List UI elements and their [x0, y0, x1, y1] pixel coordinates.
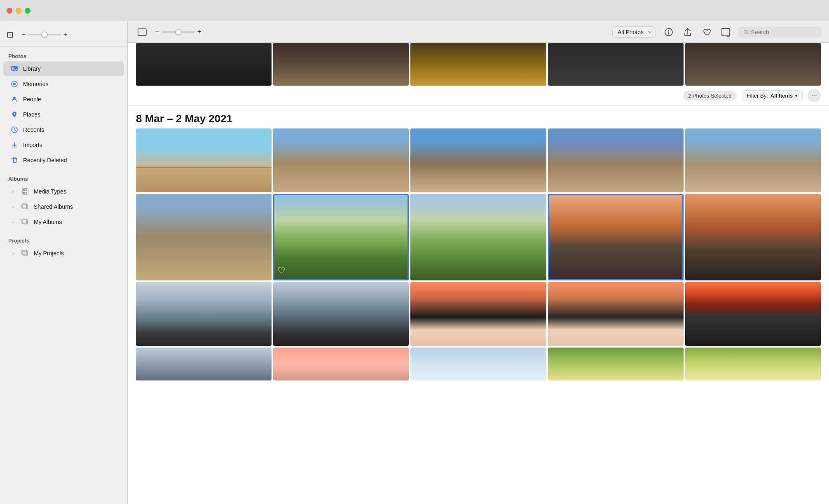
photo-cell[interactable]: [273, 282, 409, 346]
my-projects-label: My Projects: [34, 250, 64, 257]
sidebar-item-my-projects[interactable]: › My Projects: [3, 246, 124, 261]
slideshow-button[interactable]: ⊡: [5, 28, 15, 41]
expand-icon-my-albums: ›: [10, 219, 16, 225]
people-label: People: [23, 96, 41, 103]
svg-rect-7: [22, 189, 28, 194]
sidebar-item-media-types[interactable]: › Media Types: [3, 184, 124, 199]
photo-cell[interactable]: [273, 348, 409, 380]
sidebar-item-memories[interactable]: Memories: [3, 77, 124, 91]
photo-cell[interactable]: [410, 282, 546, 346]
svg-rect-8: [23, 189, 25, 191]
photo-cell[interactable]: [136, 128, 272, 192]
photo-row-beach: [128, 128, 829, 194]
photo-cell[interactable]: [410, 128, 546, 192]
maximize-button[interactable]: [25, 8, 30, 14]
expand-icon-my-projects: ›: [10, 250, 16, 257]
titlebar: [0, 0, 829, 21]
photo-cell[interactable]: [273, 43, 409, 86]
info-button[interactable]: [663, 26, 675, 38]
favorite-button[interactable]: [700, 26, 713, 38]
photo-cell[interactable]: [410, 43, 546, 86]
library-label: Library: [23, 65, 41, 72]
top-strip: [128, 43, 829, 86]
svg-point-5: [14, 113, 15, 114]
sidebar-item-recently-deleted[interactable]: Recently Deleted: [3, 153, 124, 168]
search-icon: [743, 29, 749, 35]
sidebar-item-my-albums[interactable]: › My Albums: [3, 215, 124, 229]
sidebar: ⊡ − + Photos Libra: [0, 21, 128, 504]
memories-icon: [10, 79, 19, 89]
photo-cell[interactable]: [685, 348, 821, 380]
photo-row-tree: ♡: [128, 194, 829, 282]
photo-cell[interactable]: [685, 43, 821, 86]
photo-cell[interactable]: [685, 282, 821, 346]
photo-cell[interactable]: [136, 348, 272, 380]
photo-cell[interactable]: [548, 43, 684, 86]
photo-cell[interactable]: [136, 194, 272, 280]
photo-cell[interactable]: [685, 128, 821, 192]
sidebar-item-recents[interactable]: Recents: [3, 122, 124, 137]
photo-cell[interactable]: [136, 43, 272, 86]
photo-cell[interactable]: [685, 194, 821, 280]
photo-cell[interactable]: [548, 348, 684, 380]
all-photos-dropdown[interactable]: All Photos: [612, 26, 656, 38]
zoom-slider[interactable]: [28, 34, 61, 35]
zoom-minus[interactable]: −: [22, 31, 26, 38]
my-albums-label: My Albums: [34, 219, 62, 225]
toolbar-zoom-plus[interactable]: +: [197, 28, 202, 36]
places-icon: [10, 110, 19, 119]
photo-cell[interactable]: [410, 194, 546, 280]
zoom-plus[interactable]: +: [63, 31, 67, 38]
svg-point-4: [13, 97, 16, 99]
photo-cell[interactable]: [548, 128, 684, 192]
more-button[interactable]: ···: [808, 89, 821, 102]
media-types-label: Media Types: [34, 188, 66, 195]
svg-point-22: [668, 30, 669, 31]
photo-cell-selected-2[interactable]: [548, 194, 684, 280]
sidebar-item-places[interactable]: Places: [3, 107, 124, 122]
toolbar-zoom-slider[interactable]: [162, 31, 195, 33]
sidebar-item-people[interactable]: People: [3, 92, 124, 107]
favorite-heart-icon: ♡: [277, 266, 286, 276]
filter-button[interactable]: Filter By: All Items ▾: [742, 90, 803, 101]
fullscreen-button[interactable]: [719, 26, 732, 38]
search-input[interactable]: [751, 29, 816, 35]
projects-section-title: Projects: [0, 234, 127, 245]
traffic-lights: [7, 8, 30, 14]
svg-rect-10: [23, 192, 25, 194]
toolbar-zoom-minus[interactable]: −: [155, 28, 159, 36]
photo-cell[interactable]: [410, 348, 546, 380]
people-icon: [10, 95, 19, 104]
my-projects-icon: [21, 249, 30, 258]
filter-chevron-icon: ▾: [795, 93, 797, 98]
minimize-button[interactable]: [16, 8, 21, 14]
places-label: Places: [23, 111, 40, 118]
media-types-icon: [21, 187, 30, 196]
photo-cell[interactable]: [548, 282, 684, 346]
close-button[interactable]: [7, 8, 12, 14]
content-header: 2 Photos Selected Filter By: All Items ▾…: [128, 86, 829, 106]
photo-cell-selected[interactable]: ♡: [273, 194, 409, 280]
selected-count-badge: 2 Photos Selected: [683, 91, 737, 100]
search-box: [738, 27, 821, 37]
svg-rect-23: [722, 28, 729, 36]
sidebar-item-shared-albums[interactable]: › Shared Albums: [3, 199, 124, 214]
photo-row-lake: [128, 282, 829, 348]
library-icon: [10, 64, 19, 73]
expand-icon-media-types: ›: [10, 188, 16, 195]
toolbar-zoom: − +: [155, 28, 201, 36]
share-button[interactable]: [681, 26, 694, 38]
recently-deleted-label: Recently Deleted: [23, 157, 67, 163]
recents-icon: [10, 125, 19, 134]
svg-point-3: [13, 83, 16, 85]
date-heading-section: 8 Mar – 2 May 2021: [128, 106, 829, 128]
photo-cell[interactable]: [136, 282, 272, 346]
sidebar-item-library[interactable]: Library: [3, 61, 124, 76]
sidebar-item-imports[interactable]: Imports: [3, 138, 124, 152]
photo-cell[interactable]: [273, 128, 409, 192]
svg-line-25: [747, 33, 748, 34]
imports-label: Imports: [23, 142, 42, 148]
slideshow-toolbar-button[interactable]: [136, 26, 148, 38]
memories-label: Memories: [23, 81, 48, 87]
filter-value: All Items: [770, 93, 793, 99]
